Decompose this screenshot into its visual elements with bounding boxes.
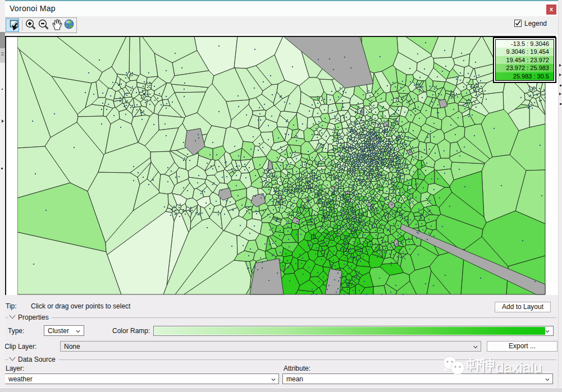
svg-text:daxialu: daxialu — [496, 359, 542, 376]
